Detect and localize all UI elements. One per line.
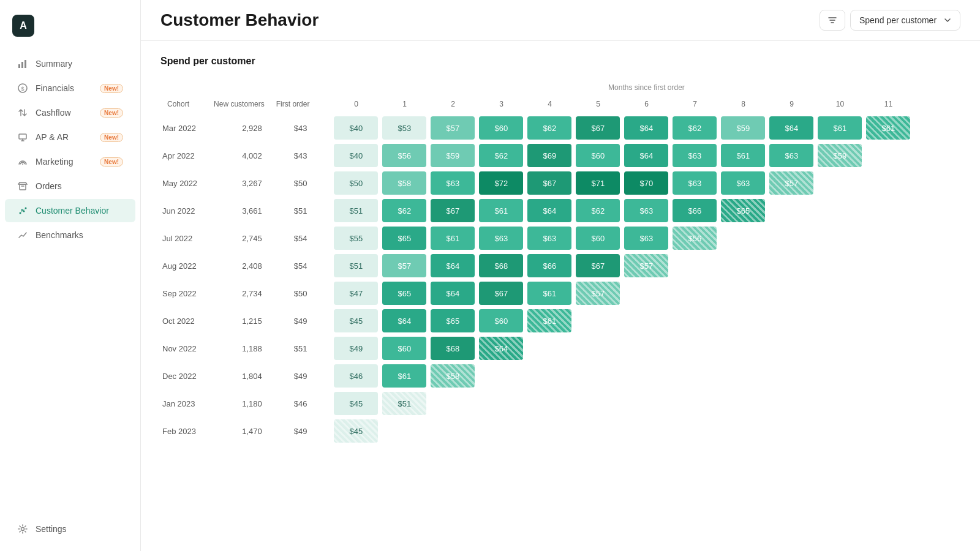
cohort-cell-r0-m10: $61 [818, 116, 862, 140]
cohort-cell-r0-m8: $59 [721, 116, 765, 140]
cohort-cell-r0-m0: $40 [334, 116, 378, 140]
cohort-cell-empty-r10-m4 [527, 392, 571, 415]
new-customers-count: 1,804 [209, 363, 270, 389]
month-col-header-6: 6 [623, 97, 669, 113]
cohort-cell-r1-m4: $69 [527, 144, 571, 167]
sidebar-item-cashflow[interactable]: Cashflow New! [5, 101, 135, 124]
cohort-cell-empty-r8-m4 [527, 337, 571, 360]
cohort-cell-empty-r10-m2 [431, 392, 475, 415]
cohort-cell-r3-m5: $62 [576, 199, 620, 222]
month-col-header-7: 7 [671, 97, 718, 113]
cohort-cell-r5-m6: $57 [624, 254, 668, 277]
cohort-cell-r4-m4: $63 [527, 227, 571, 250]
month-col-header-2: 2 [429, 97, 476, 113]
first-order-value: $49 [271, 308, 320, 334]
sidebar-label-marketing: Marketing [36, 157, 73, 167]
cohort-cell-empty-r9-m3 [479, 364, 523, 388]
cohort-cell-empty-r10-m11 [866, 392, 910, 415]
cohort-cell-r2-m4: $67 [527, 171, 571, 195]
sidebar-item-marketing[interactable]: Marketing New! [5, 150, 135, 173]
cohort-cell-empty-r8-m8 [721, 337, 765, 360]
cohort-cell-empty-r10-m6 [624, 392, 668, 415]
signal-icon [17, 156, 28, 167]
cohort-cell-empty-r8-m6 [624, 337, 668, 360]
cohort-cell-r1-m6: $64 [624, 144, 668, 167]
cohort-cell-empty-r9-m8 [721, 364, 765, 388]
new-customers-count: 2,928 [209, 115, 270, 141]
months-since-header: Months since first order [381, 81, 911, 96]
app-logo: A [12, 15, 34, 37]
cohort-name: Oct 2022 [162, 308, 207, 334]
cohort-cell-empty-r9-m11 [866, 364, 910, 388]
svg-rect-0 [18, 64, 20, 68]
cohort-cell-r0-m9: $64 [769, 116, 813, 140]
cohort-cell-r4-m3: $63 [479, 227, 523, 250]
cohort-cell-r4-m2: $61 [431, 227, 475, 250]
filter-button[interactable] [820, 10, 845, 31]
scatter-icon [17, 205, 28, 216]
cashflow-badge: New! [100, 108, 123, 118]
dollar-icon: $ [17, 83, 28, 94]
cohort-cell-r1-m0: $40 [334, 144, 378, 167]
monitor-icon [17, 132, 28, 143]
col-header-1: New customers [209, 97, 270, 113]
cohort-cell-empty-r2-m10 [818, 171, 862, 195]
cohort-name: Jul 2022 [162, 225, 207, 251]
sidebar-label-summary: Summary [36, 59, 72, 69]
cohort-cell-r0-m2: $57 [431, 116, 475, 140]
cohort-cell-r3-m4: $64 [527, 199, 571, 222]
cohort-cell-r3-m8: $65 [721, 199, 765, 222]
cohort-cell-r0-m5: $67 [576, 116, 620, 140]
cohort-cell-empty-r11-m10 [818, 419, 862, 443]
month-col-header-8: 8 [720, 97, 766, 113]
cohort-name: Aug 2022 [162, 253, 207, 279]
cohort-cell-empty-r11-m5 [576, 419, 620, 443]
cohort-cell-empty-r10-m10 [818, 392, 862, 415]
cohort-cell-r2-m6: $70 [624, 171, 668, 195]
cohort-cell-r4-m6: $63 [624, 227, 668, 250]
cohort-cell-empty-r4-m9 [769, 227, 813, 250]
cohort-name: Nov 2022 [162, 335, 207, 361]
svg-point-6 [22, 163, 23, 165]
cohort-cell-r6-m0: $47 [334, 282, 378, 305]
sidebar-label-financials: Financials [36, 83, 74, 93]
cohort-name: Mar 2022 [162, 115, 207, 141]
cohort-name: Feb 2023 [162, 418, 207, 444]
metric-dropdown[interactable]: Spend per customer [850, 10, 960, 31]
main-content: Customer Behavior Spend per customer Spe… [141, 0, 980, 551]
month-col-header-1: 1 [381, 97, 428, 113]
sidebar-item-settings[interactable]: Settings [5, 517, 135, 541]
cohort-cell-r9-m1: $61 [382, 364, 426, 388]
cohort-cell-r5-m4: $66 [527, 254, 571, 277]
cohort-cell-empty-r6-m10 [818, 282, 862, 305]
sidebar-item-customer-behavior[interactable]: Customer Behavior [5, 199, 135, 222]
cohort-cell-r1-m5: $60 [576, 144, 620, 167]
cohort-cell-empty-r7-m11 [866, 309, 910, 332]
cohort-cell-empty-r7-m6 [624, 309, 668, 332]
cohort-cell-empty-r11-m8 [721, 419, 765, 443]
sidebar-item-summary[interactable]: Summary [5, 52, 135, 75]
content-area: Spend per customer Months since first or… [141, 41, 980, 551]
cohort-cell-r4-m7: $56 [673, 227, 717, 250]
cohort-cell-empty-r5-m11 [866, 254, 910, 277]
cohort-table-wrapper: Months since first orderCohortNew custom… [160, 79, 960, 446]
sidebar-item-apar[interactable]: AP & AR New! [5, 126, 135, 149]
cohort-cell-r3-m7: $66 [673, 199, 717, 222]
cohort-cell-empty-r11-m3 [479, 419, 523, 443]
sidebar-item-benchmarks[interactable]: Benchmarks [5, 223, 135, 247]
svg-point-9 [21, 209, 23, 211]
cohort-name: Jun 2022 [162, 198, 207, 223]
sidebar-item-orders[interactable]: Orders [5, 174, 135, 198]
cohort-cell-empty-r4-m10 [818, 227, 862, 250]
cohort-cell-empty-r10-m3 [479, 392, 523, 415]
page-title: Customer Behavior [160, 10, 820, 30]
cohort-cell-r10-m0: $45 [334, 392, 378, 415]
cohort-cell-r9-m2: $58 [431, 364, 475, 388]
cohort-cell-r0-m11: $61 [866, 116, 910, 140]
sidebar-label-customer-behavior: Customer Behavior [36, 206, 109, 216]
sidebar-item-financials[interactable]: $ Financials New! [5, 77, 135, 100]
cohort-cell-r2-m3: $72 [479, 171, 523, 195]
new-customers-count: 1,180 [209, 391, 270, 416]
cohort-cell-empty-r1-m11 [866, 144, 910, 167]
cohort-cell-r4-m5: $60 [576, 227, 620, 250]
